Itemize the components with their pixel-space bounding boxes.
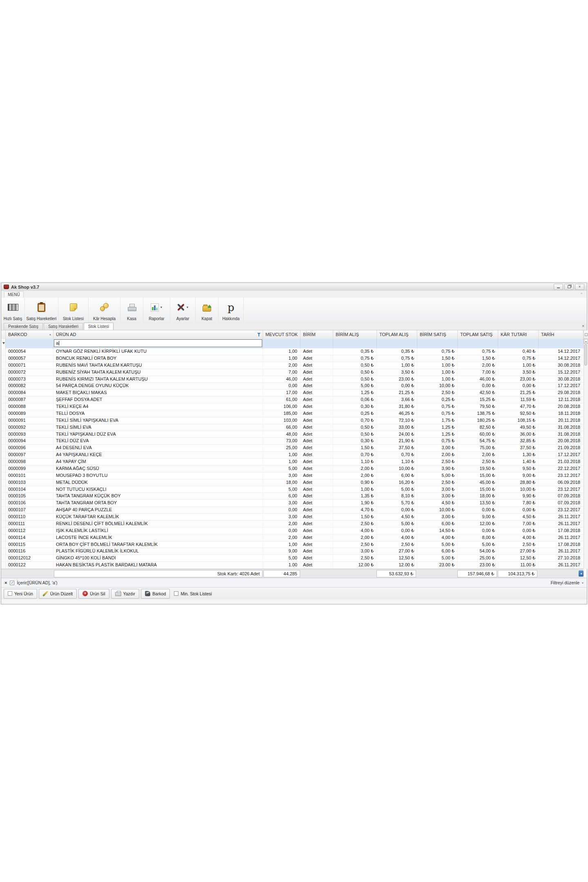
table-row[interactable]: 0000115ORTA BOY ÇİFT BÖLMELİ TARAFTAR KA… bbox=[1, 541, 584, 548]
column-header--r-n-ad[interactable]: ÜRÜN AD bbox=[53, 330, 263, 339]
table-row[interactable]: 0000105TAHTA TANGRAM KÜÇÜK BOY6,00Adet1,… bbox=[1, 493, 584, 500]
yeni-r-n-button[interactable]: Yeni Ürün bbox=[4, 589, 37, 599]
filter-cell[interactable] bbox=[417, 339, 458, 348]
table-row[interactable]: 0000099KARMA AĞAÇ SÜSÜ5,00Adet2,00 ₺10,0… bbox=[1, 466, 584, 472]
toolbar-button-k-r-hesapla[interactable]: Kâr Hesapla bbox=[89, 298, 120, 323]
table-row[interactable]: 0000103METAL DÜDÜK18,00Adet0,90 ₺16,20 ₺… bbox=[1, 479, 584, 486]
cell-birim: Adet bbox=[301, 472, 333, 479]
close-icon[interactable]: × bbox=[575, 284, 584, 290]
menu-tab[interactable]: MENÜ bbox=[4, 291, 24, 298]
toolbar-button-stok-listesi[interactable]: Stok Listesi bbox=[58, 298, 89, 323]
column-header-tari-h[interactable]: TARİH bbox=[539, 330, 584, 339]
min-stok-checkbox[interactable] bbox=[174, 591, 178, 596]
scroll-up-icon[interactable]: ▲ bbox=[584, 339, 588, 344]
toolbar-button-h-zl-sat-[interactable]: Hızlı Satış bbox=[1, 298, 25, 323]
table-row[interactable]: 0000111RENKLİ DESENLİ ÇİFT BÖLMELİ KALEM… bbox=[1, 521, 584, 528]
vertical-scrollbar[interactable]: ▲ bbox=[584, 339, 588, 569]
table-row[interactable]: 0000084MAKET BIÇAKLI MAKAS17,00Adet1,25 … bbox=[1, 390, 584, 396]
toolbar-button-sat-hareketleri[interactable]: Satış Hareketleri bbox=[25, 298, 58, 323]
filter-cell[interactable] bbox=[301, 339, 333, 348]
table-row[interactable]: 000008254 PARÇA DENGE OYUNU KÜÇÜK0,00Ade… bbox=[1, 383, 584, 390]
column-header-barkod[interactable]: BARKOD▲ bbox=[6, 330, 53, 339]
minimize-icon[interactable] bbox=[554, 284, 563, 290]
toolbar-button-hakk-nda[interactable]: pHakkında bbox=[218, 298, 244, 323]
cell-toplam-alis: 0,00 ₺ bbox=[377, 507, 417, 513]
table-row[interactable]: 0000094TEKLİ DÜZ EVA73,00Adet0,30 ₺21,90… bbox=[1, 438, 584, 445]
filter-cell[interactable] bbox=[458, 339, 498, 348]
column-header-mevcut-stok[interactable]: MEVCUT STOK bbox=[263, 330, 301, 339]
table-row[interactable]: 0000122HAKAN BESİKTAS PLASTİK BARDAKLI M… bbox=[1, 562, 584, 569]
barkod-button[interactable]: Barkod bbox=[141, 589, 170, 599]
table-row[interactable]: 000012012GİNGKO 45*100 KOLİ BANDI5,00Ade… bbox=[1, 555, 584, 562]
tab-sat-haraketleri[interactable]: Satış Haraketleri bbox=[44, 323, 83, 330]
filter-cell[interactable] bbox=[377, 339, 417, 348]
toolbar-button-raporlar[interactable]: ▼Raporlar bbox=[143, 298, 170, 323]
table-row[interactable]: 0000071RUBENİS MAVİ TAHTA KALEM KARTUŞU2… bbox=[1, 362, 584, 369]
filter-funnel-icon[interactable] bbox=[257, 333, 261, 336]
ribbon-band: MENÜ ^ bbox=[1, 291, 587, 298]
edit-filter-link[interactable]: Filtreyi düzenle bbox=[550, 580, 579, 585]
urun-ad-filter-input[interactable]: a bbox=[54, 339, 262, 347]
table-row[interactable]: 0000072RUBENİZ SİYAH TAHTA KALEM KATUŞU7… bbox=[1, 369, 584, 376]
dropdown-arrow-icon[interactable]: ▼ bbox=[186, 306, 189, 309]
stock-grid: BARKOD▲ÜRÜN ADMEVCUT STOKBİRİMBİRİM ALIŞ… bbox=[1, 330, 587, 578]
table-row[interactable]: 0000112IŞIK KALEMLİK LASTİKLİ0,00Adet4,0… bbox=[1, 528, 584, 535]
-r-n-d-zelt-button[interactable]: Ürün Düzelt bbox=[39, 589, 77, 599]
filter-cell[interactable] bbox=[498, 339, 539, 348]
table-row[interactable]: 0000116PLASTİK FİGÜRLÜ KALEMLİK İLKOKUL9… bbox=[1, 548, 584, 555]
filter-cell[interactable] bbox=[333, 339, 377, 348]
scroll-left-icon[interactable]: ◄ bbox=[579, 570, 584, 577]
table-row[interactable]: 0000098A4 YAPAY ÇİM1,00Adet1,10 ₺1,10 ₺2… bbox=[1, 459, 584, 466]
filter-cell-urun-ad[interactable]: a bbox=[53, 339, 263, 348]
table-row[interactable]: 0000091TEKLİ SİMLİ YAPIŞKANLI EVA103,00A… bbox=[1, 417, 584, 424]
scrollbar-thumb[interactable] bbox=[584, 344, 587, 365]
column-header-k-r-tutari[interactable]: KÂR TUTARI bbox=[498, 330, 539, 339]
min-stok-listesi-toggle[interactable]: Min. Stok Listesi bbox=[174, 591, 212, 596]
filter-active-checkbox[interactable]: ✓ bbox=[10, 581, 14, 585]
toolbar-button-kapat[interactable]: Kapat bbox=[196, 298, 218, 323]
table-row[interactable]: 0000093TEKLİ YAPIŞKANLI DÜZ EVA48,00Adet… bbox=[1, 431, 584, 438]
yazd-r-button[interactable]: Yazdır bbox=[111, 589, 140, 599]
row-indicator bbox=[1, 514, 6, 520]
table-row[interactable]: 0000101MOUSEPAD 3 BOYUTLU3,00Adet2,00 ₺6… bbox=[1, 472, 584, 479]
table-row[interactable]: 0000087ŞEFFAF DOSYA ADET61,00Adet0,06 ₺3… bbox=[1, 396, 584, 403]
dropdown-arrow-icon[interactable]: ▼ bbox=[160, 306, 163, 309]
filter-cell[interactable] bbox=[539, 339, 584, 348]
filter-cell[interactable] bbox=[263, 339, 301, 348]
cell-kar-tutari: 1,30 ₺ bbox=[498, 452, 539, 458]
cell-birim-alis: 2,50 ₺ bbox=[333, 555, 377, 561]
table-row[interactable]: 0000057BONCUK RENKLİ ORTA BOY1,00Adet0,7… bbox=[1, 355, 584, 362]
table-row[interactable]: 0000106TAHTA TANGRAM ORTA BOY3,00Adet1,9… bbox=[1, 500, 584, 507]
tab-perakende-sat-[interactable]: Perakende Satış bbox=[4, 323, 43, 330]
table-row[interactable]: 0000073RUBENİS KIRMIZI TAHTA KALEM KARTU… bbox=[1, 376, 584, 383]
table-row[interactable]: 0000097A4 YAPIŞKANLI KEÇE1,00Adet0,70 ₺0… bbox=[1, 452, 584, 459]
table-row[interactable]: 0000054OYNAR GÖZ RENKLİ KİRPİKLİ UFAK KU… bbox=[1, 348, 584, 355]
restore-icon[interactable] bbox=[564, 284, 574, 290]
table-row[interactable]: 0000114LACOSTE İNCE KALEMLİK2,00Adet2,00… bbox=[1, 535, 584, 541]
ribbon-collapse-icon[interactable]: ^ bbox=[579, 292, 584, 296]
filter-expression[interactable]: İçerir([ÜRÜN AD], 'a') bbox=[17, 580, 57, 585]
table-row[interactable]: 0000088TEKLİ KEÇE A4106,00Adet0,30 ₺31,8… bbox=[1, 403, 584, 410]
table-row[interactable]: 0000107AHŞAP 40 PARÇA PUZZLE0,00Adet4,70… bbox=[1, 507, 584, 514]
remove-filter-icon[interactable]: × bbox=[4, 580, 7, 585]
table-row[interactable]: 0000110KÜÇÜK TARAFTAR KALEMLİK3,00Adet1,… bbox=[1, 514, 584, 521]
cell-mevcut-stok: 48,00 bbox=[263, 431, 301, 438]
toolbar-button-kasa[interactable]: Kasa bbox=[120, 298, 143, 323]
column-header-toplam-ali-[interactable]: TOPLAM ALIŞ bbox=[377, 330, 417, 339]
tab-stok-listesi[interactable]: Stok Listesi bbox=[84, 323, 114, 330]
table-row[interactable]: 0000089TELLİ DOSYA185,00Adet0,25 ₺46,25 … bbox=[1, 410, 584, 417]
column-header-bi-ri-m[interactable]: BİRİM bbox=[301, 330, 333, 339]
cell-toplam-alis: 16,20 ₺ bbox=[377, 479, 417, 486]
tab-close-icon[interactable]: × bbox=[582, 324, 584, 328]
column-header-bi-ri-m-sati-[interactable]: BİRİM SATIŞ bbox=[417, 330, 458, 339]
table-row[interactable]: 0000096A4 DESENLİ EVA25,00Adet1,50 ₺37,5… bbox=[1, 445, 584, 452]
column-header-toplam-sati-[interactable]: TOPLAM SATIŞ bbox=[458, 330, 498, 339]
toolbar-button-ayarlar[interactable]: ▼Ayarlar bbox=[170, 298, 196, 323]
filter-cell[interactable] bbox=[6, 339, 53, 348]
cell-tarih: 26.11.2017 bbox=[539, 562, 584, 568]
-r-n-sil-button[interactable]: ×Ürün Sil bbox=[78, 589, 109, 599]
table-row[interactable]: 0000092TEKLİ SİMLİ EVA66,00Adet0,50 ₺33,… bbox=[1, 424, 584, 431]
column-header-bi-ri-m-ali-[interactable]: BİRİM ALIŞ bbox=[333, 330, 377, 339]
edit-filter-dropdown-icon[interactable]: ▼ bbox=[581, 582, 584, 584]
table-row[interactable]: 0000104NOT TUTUCU KISKAÇLI5,00Adet1,00 ₺… bbox=[1, 486, 584, 493]
